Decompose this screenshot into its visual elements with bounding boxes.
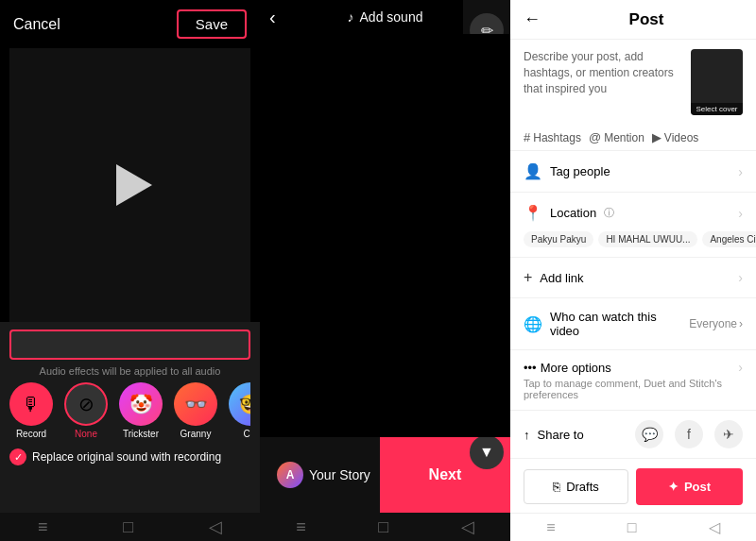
audio-effects-section: Audio effects will be applied to all aud… [0, 322, 260, 513]
editor-panel: Cancel Save Audio effects will be applie… [0, 0, 260, 541]
location-chips-row: Pakyu Pakyu HI MAHAL UWUU... Angeles Cit… [510, 228, 756, 258]
effect-chi[interactable]: 🤓 Chi [229, 382, 250, 439]
record-label: Record [16, 429, 46, 439]
globe-icon: 🌐 [524, 315, 542, 333]
your-story-button[interactable]: A Your Story [267, 452, 380, 498]
story-panel: ‹ ♪ Add sound ✏ Edit Aa Text 😊 Stickers … [260, 0, 510, 541]
who-watch-chevron-icon: › [739, 317, 743, 330]
cancel-label[interactable]: Cancel [13, 16, 60, 33]
post-nav-menu-icon[interactable]: ≡ [546, 519, 555, 536]
hashtag-icon: # [524, 130, 530, 144]
more-options-row[interactable]: ••• More options › Tap to manage comment… [510, 350, 756, 411]
mention-tag[interactable]: @ Mention [589, 130, 644, 144]
side-tools-panel: ✏ Edit Aa Text 😊 Stickers ✨ Effects 🎨 Fi… [463, 0, 510, 34]
post-label: Post [684, 480, 711, 494]
chevron-down-icon: ▼ [470, 435, 504, 469]
more-options-header: ••• More options › [524, 360, 743, 375]
tag-people-label-row: 👤 Tag people [524, 162, 610, 180]
videos-tag[interactable]: ▶ Videos [652, 130, 698, 144]
effect-granny[interactable]: 👓 Granny [174, 382, 217, 439]
tag-people-chevron-icon: › [738, 164, 743, 179]
videos-label: Videos [664, 131, 698, 144]
granny-label: Granny [180, 429, 212, 439]
share-arrow-icon: ↑ [524, 428, 530, 442]
post-cover-thumbnail[interactable]: Select cover [691, 49, 743, 115]
location-label: Location [550, 206, 596, 220]
location-row[interactable]: 📍 Location ⓘ › [510, 193, 756, 228]
story-back-button[interactable]: ‹ [269, 7, 276, 28]
share-telegram-icon[interactable]: ✈ [714, 420, 743, 448]
post-nav-home-icon[interactable]: □ [627, 519, 637, 536]
more-options-chevron-icon: › [738, 360, 743, 375]
who-watch-row[interactable]: 🌐 Who can watch this video Everyone › [510, 298, 756, 350]
music-note-icon: ♪ [348, 9, 354, 25]
location-label-row: 📍 Location ⓘ [524, 204, 614, 222]
share-messenger-icon[interactable]: 💬 [635, 420, 663, 448]
editor-topbar: Cancel Save [0, 0, 260, 48]
effect-none[interactable]: ⊘ None [64, 382, 108, 439]
location-chip-pakyu[interactable]: Pakyu Pakyu [524, 231, 593, 247]
share-facebook-icon[interactable]: f [675, 420, 703, 448]
post-content: Describe your post, add hashtags, or men… [510, 40, 756, 513]
hashtags-label: Hashtags [533, 131, 581, 144]
more-options-title-row: ••• More options [524, 361, 611, 375]
more-options-sub-text: Tap to manage comment, Duet and Stitch's… [524, 378, 743, 400]
avatar: A [277, 462, 303, 488]
story-nav-bar: ≡ □ ◁ [260, 513, 510, 541]
post-sparkle-icon: ✦ [668, 480, 679, 494]
audio-search-bar[interactable] [9, 330, 250, 360]
post-back-button[interactable]: ← [524, 9, 541, 29]
story-nav-home-icon[interactable]: □ [378, 517, 388, 537]
post-nav-bar: ≡ □ ◁ [510, 513, 756, 541]
location-chip-hi[interactable]: HI MAHAL UWUU... [598, 231, 697, 247]
trickster-label: Trickster [123, 429, 159, 439]
story-nav-menu-icon[interactable]: ≡ [296, 517, 306, 537]
more-options-dots-icon: ••• [524, 361, 537, 375]
audio-effects-note: Audio effects will be applied to all aud… [9, 365, 250, 377]
your-story-label: Your Story [309, 467, 370, 482]
share-to-label: Share to [538, 428, 584, 442]
share-to-label-row: ↑ Share to [524, 428, 584, 442]
add-sound-label: Add sound [360, 9, 423, 25]
tag-people-row[interactable]: 👤 Tag people › [510, 151, 756, 193]
post-description-text[interactable]: Describe your post, add hashtags, or men… [524, 49, 683, 96]
granny-circle: 👓 [174, 382, 217, 426]
location-info-icon: ⓘ [604, 206, 614, 220]
hashtags-tag[interactable]: # Hashtags [524, 130, 581, 144]
story-nav-back-icon[interactable]: ◁ [461, 516, 474, 537]
post-topbar: ← Post [510, 0, 756, 40]
editor-nav-bar: ≡ □ ◁ [0, 513, 260, 541]
editor-nav-back-icon[interactable]: ◁ [209, 516, 222, 537]
check-icon: ✓ [9, 448, 26, 465]
chi-label: Chi [243, 429, 250, 439]
plus-icon: + [524, 269, 532, 286]
play-icon[interactable] [116, 164, 152, 206]
add-link-label-row: + Add link [524, 269, 584, 286]
story-topbar: ‹ ♪ Add sound ✏ Edit Aa Text 😊 Stickers … [260, 0, 510, 34]
editor-nav-menu-icon[interactable]: ≡ [38, 517, 48, 537]
trickster-circle: 🤡 [119, 382, 163, 426]
post-nav-back-icon[interactable]: ◁ [709, 518, 720, 536]
replace-sound-label: Replace original sound with recording [32, 450, 221, 464]
add-link-row[interactable]: + Add link › [510, 258, 756, 298]
add-sound-row[interactable]: ♪ Add sound [348, 9, 423, 25]
post-description-area: Describe your post, add hashtags, or men… [510, 40, 756, 125]
drafts-label: Drafts [566, 480, 599, 494]
mention-icon: @ [589, 130, 601, 144]
who-watch-value: Everyone [689, 317, 737, 330]
person-icon: 👤 [524, 162, 542, 180]
replace-sound-row[interactable]: ✓ Replace original sound with recording [9, 448, 250, 465]
who-watch-label-group: 🌐 Who can watch this video [524, 310, 689, 338]
tag-people-label: Tag people [550, 164, 610, 178]
effect-record[interactable]: 🎙 Record [9, 382, 53, 439]
drafts-button[interactable]: ⎘ Drafts [524, 469, 628, 504]
effect-trickster[interactable]: 🤡 Trickster [119, 382, 163, 439]
editor-nav-home-icon[interactable]: □ [123, 517, 133, 537]
video-icon: ▶ [652, 130, 662, 144]
save-button[interactable]: Save [177, 9, 247, 39]
post-tags-row: # Hashtags @ Mention ▶ Videos [510, 125, 756, 151]
post-button[interactable]: ✦ Post [636, 468, 743, 505]
add-link-chevron-icon: › [738, 270, 743, 285]
story-video-area [260, 34, 510, 437]
location-chip-angeles[interactable]: Angeles City [702, 231, 756, 247]
